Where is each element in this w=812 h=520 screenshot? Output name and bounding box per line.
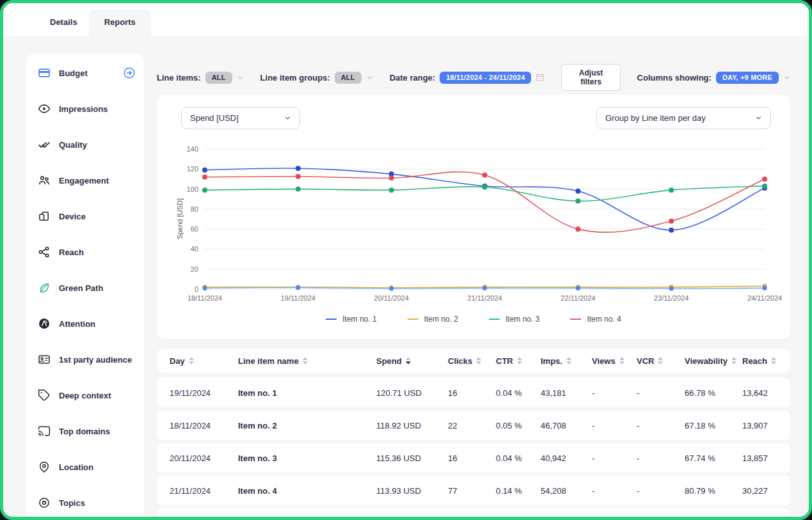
cell-spend: 118.92 USD [376,421,448,430]
table-row[interactable]: 21/11/2024Item no. 4113.93 USD770.14 %54… [157,476,790,505]
sidebar-item-quality[interactable]: Quality [26,127,145,162]
sidebar-item-label: Deep context [59,391,111,400]
legend-color-line [408,319,418,320]
sort-icon [566,357,571,365]
metric-select-value: Spend [USD] [190,113,239,123]
impressions-icon [38,102,51,115]
svg-text:120: 120 [187,165,198,173]
sidebar-item-top-domains[interactable]: Top domains [26,413,145,449]
svg-text:22/11/2024: 22/11/2024 [561,294,595,302]
cell-views: - [592,453,637,463]
budget-icon [38,67,51,79]
sidebar-item-label: Engagement [59,176,109,185]
svg-text:80: 80 [191,205,198,213]
line-item-groups-value-pill[interactable]: ALL [335,72,362,84]
cell-day: 20/11/2024 [170,453,238,463]
line-item-groups-filter: Line item groups: ALL [260,72,373,84]
legend-item[interactable]: Item no. 4 [570,315,621,324]
topics-icon [38,496,51,509]
columns-showing-filter: Columns showing: DAY, +9 MORE [637,72,790,84]
column-header-viewability[interactable]: Viewability [685,356,742,366]
cell-viewability: 67.74 % [685,453,742,463]
sidebar-item-label: Quality [59,140,87,150]
sidebar-item-impressions[interactable]: Impressions [26,91,145,127]
spend-line-chart: 02040608010012014018/11/202419/11/202420… [157,129,790,310]
sidebar-item-green-path[interactable]: Green Path [26,270,145,306]
cell-ctr: 0.05 % [496,421,541,430]
cell-imps-: 43,181 [541,388,592,398]
chevron-down-icon [237,74,244,81]
cell-vcr: - [637,486,685,496]
date-range-value-pill[interactable]: 18/11/2024 - 24/11/2024 [440,72,531,84]
line-items-value-pill[interactable]: ALL [205,72,232,84]
cell-day: 21/11/2024 [170,486,238,496]
cell-viewability: 80.79 % [685,486,742,496]
svg-text:60: 60 [191,225,198,233]
chart-card: Spend [USD] Group by Line item per day 0… [157,95,790,339]
sidebar-item-topics[interactable]: Topics [26,485,145,520]
adjust-filters-button[interactable]: Adjust filters [561,64,620,91]
sidebar-item-deep-context[interactable]: Deep context [26,377,145,413]
sidebar-item-label: Attention [59,319,95,329]
table-header-row: Day Line item name Spend Clicks CTR Imps… [157,349,790,373]
reach-icon [38,246,51,258]
sort-icon [476,357,481,365]
metric-select[interactable]: Spend [USD] [181,107,300,129]
sort-icon [619,357,625,365]
sidebar-item-device[interactable]: Device [26,198,145,234]
cell-day: 18/11/2024 [170,421,238,430]
columns-showing-label: Columns showing: [637,73,712,83]
svg-text:24/11/2024: 24/11/2024 [747,294,782,302]
legend-item[interactable]: Item no. 3 [489,315,539,324]
legend-color-line [326,319,337,320]
column-header-spend[interactable]: Spend [376,356,448,366]
cell-line-item-name: Item no. 3 [238,453,376,463]
sort-icon [303,357,308,365]
groupby-select[interactable]: Group by Line item per day [596,107,771,129]
filter-bar: Line items: ALL Line item groups: ALL Da… [157,69,790,86]
cell-clicks: 16 [448,388,496,398]
cell-imps-: 40,942 [541,453,592,463]
svg-text:19/11/2024: 19/11/2024 [281,294,315,302]
cell-spend: 113.93 USD [376,486,448,496]
column-header-line-item-name[interactable]: Line item name [238,356,376,366]
cell-clicks: 77 [448,486,496,496]
sidebar-item-reach[interactable]: Reach [26,234,145,270]
sidebar-item-attention[interactable]: Attention [26,306,145,342]
sidebar-item-label: Device [59,212,86,221]
location-icon [38,461,51,473]
column-header-day[interactable]: Day [170,356,238,366]
column-header-reach[interactable]: Reach [742,356,790,366]
cell-line-item-name: Item no. 4 [238,486,376,496]
table-row[interactable]: 18/11/2024Item no. 2118.92 USD220.05 %46… [157,411,790,440]
sidebar-item-budget[interactable]: Budget [26,55,145,91]
legend-item[interactable]: Item no. 1 [326,315,376,324]
table-row[interactable]: 19/11/2024Item no. 1120.71 USD160.04 %43… [157,378,790,407]
cell-vcr: - [637,421,685,430]
cell-clicks: 16 [448,453,496,463]
legend-item[interactable]: Item no. 2 [408,315,458,324]
sidebar-item-location[interactable]: Location [26,449,145,485]
columns-showing-value-pill[interactable]: DAY, +9 MORE [716,72,779,84]
sidebar-item-1st-party-audience[interactable]: 1st party audience [26,342,145,377]
legend-color-line [489,319,500,320]
table-row[interactable]: 20/11/2024Item no. 3115.36 USD160.04 %40… [157,443,790,473]
legend-color-line [570,319,581,320]
sidebar-item-label: Impressions [59,104,108,114]
tab-details[interactable]: Details [38,10,89,36]
calendar-icon[interactable] [536,73,545,82]
audience-icon [38,353,51,366]
date-range-filter: Date range: 18/11/2024 - 24/11/2024 [390,72,545,84]
app-body: Budget Impressions Quality Engagement De… [3,36,809,517]
column-header-imps-[interactable]: Imps. [541,356,592,366]
column-header-vcr[interactable]: VCR [637,356,685,366]
sidebar-item-engagement[interactable]: Engagement [26,162,145,198]
column-header-clicks[interactable]: Clicks [448,356,496,366]
tab-reports[interactable]: Reports [89,10,151,36]
column-header-views[interactable]: Views [592,356,637,366]
cell-spend: 115.36 USD [376,453,448,463]
chart-legend: Item no. 1 Item no. 2 Item no. 3 Item no… [157,315,790,324]
column-header-ctr[interactable]: CTR [496,356,541,366]
cell-ctr: 0.04 % [496,453,541,463]
open-report-arrow-icon[interactable] [123,67,136,79]
